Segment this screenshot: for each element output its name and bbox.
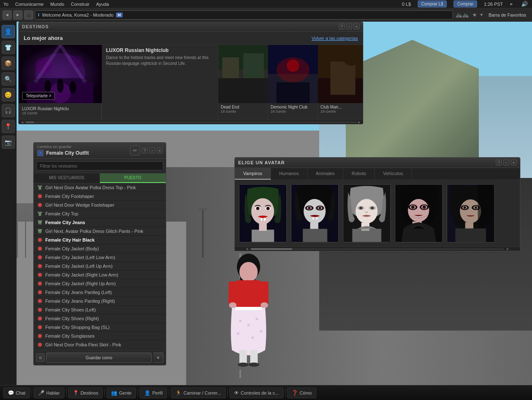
taskbar-gente[interactable]: 👥 Gente bbox=[106, 388, 136, 398]
menu-yo[interactable]: Yo bbox=[3, 2, 8, 7]
avatar-card-5[interactable] bbox=[447, 184, 495, 242]
dest-small-3[interactable]: Club Mari... 19 Gente bbox=[318, 45, 363, 120]
apariencia-item-icon-10 bbox=[37, 272, 43, 278]
sidebar-icon-camera[interactable]: 📷 bbox=[2, 136, 15, 149]
avatar-card-1[interactable] bbox=[239, 184, 287, 242]
destinos-back-link[interactable]: Volver a las categorías bbox=[312, 36, 358, 41]
apariencia-item-8[interactable]: Female City Jacket (Left Low Arm) bbox=[34, 253, 166, 262]
taskbar-hablar[interactable]: 🎤 Hablar bbox=[34, 388, 64, 398]
svg-point-8 bbox=[261, 302, 268, 308]
apariencia-item-3[interactable]: Female City Top bbox=[34, 210, 166, 218]
menu-mundo[interactable]: Mundo bbox=[50, 2, 64, 7]
avatar-card-2[interactable] bbox=[291, 184, 339, 242]
taskbar-como[interactable]: ❓ Cómo bbox=[287, 388, 316, 398]
sidebar-icon-profile[interactable]: 😊 bbox=[2, 88, 15, 101]
home-button[interactable]: ⌂ bbox=[24, 10, 33, 20]
destinos-close-button[interactable]: × bbox=[354, 24, 360, 30]
right-arrow-icon[interactable]: ► bbox=[510, 2, 514, 6]
controles-label: Controles de la c... bbox=[241, 390, 279, 395]
apariencia-item-1[interactable]: Female City Footshaper bbox=[34, 192, 166, 201]
dest-small-2[interactable]: Demonic Night Club 24 Gente bbox=[268, 45, 318, 120]
taskbar-perfil[interactable]: 👤 Perfil bbox=[140, 388, 167, 398]
tab-mis-vestuarios[interactable]: MIS VESTUARIOS bbox=[34, 173, 100, 183]
apariencia-item-7[interactable]: Female City Jacket (Body) bbox=[34, 244, 166, 253]
apariencia-item-2[interactable]: Girl Next Door Wedge Footshaper bbox=[34, 201, 166, 210]
apariencia-item-6[interactable]: Female City Hair Black bbox=[34, 236, 166, 244]
avatar-minimize-button[interactable]: − bbox=[503, 160, 509, 165]
menu-construir[interactable]: Construir bbox=[71, 2, 90, 7]
small-image-svg-3 bbox=[318, 45, 363, 103]
avatar-help-button[interactable]: ? bbox=[496, 160, 502, 165]
url-bar[interactable]: ℹ Welcome Area, Korea2 - Moderado M bbox=[35, 10, 453, 20]
apariencia-item-0[interactable]: Girl Next Door Avatar Polka Dress Top - … bbox=[34, 183, 166, 192]
avatar-scroll-right[interactable]: ► bbox=[504, 247, 512, 251]
svg-point-49 bbox=[38, 247, 42, 251]
buy-button[interactable]: Comprar bbox=[453, 0, 477, 7]
audio-icon[interactable]: 🔊 bbox=[521, 1, 528, 7]
avatar-scroll-track[interactable] bbox=[251, 248, 504, 250]
sidebar-icon-voice[interactable]: 🎧 bbox=[2, 104, 15, 117]
scroll-left-arrow[interactable]: ◄ bbox=[20, 120, 24, 124]
apariencia-item-13[interactable]: Female City Jeans Pantleg (Right) bbox=[34, 297, 166, 306]
sidebar-icon-clothing[interactable]: 👕 bbox=[2, 41, 15, 54]
svg-point-13 bbox=[251, 336, 254, 339]
tab-vehiculos[interactable]: Vehículos bbox=[375, 168, 412, 180]
tab-animales[interactable]: Animales bbox=[308, 168, 343, 180]
destinos-minimize-button[interactable]: − bbox=[346, 24, 352, 30]
destinos-help-button[interactable]: ? bbox=[339, 24, 345, 30]
svg-point-47 bbox=[38, 203, 42, 207]
sidebar-icon-people[interactable]: 👤 bbox=[2, 25, 15, 38]
teleport-button[interactable]: Teleportarte > bbox=[22, 92, 55, 100]
apariencia-item-11[interactable]: Female City Jacket (Right Up Arm) bbox=[34, 279, 166, 288]
avatar-close-button[interactable]: × bbox=[511, 160, 517, 165]
chat-icon: 💬 bbox=[8, 390, 14, 396]
svg-point-76 bbox=[308, 207, 310, 209]
apariencia-item-9[interactable]: Female City Jacket (Left Up Arm) bbox=[34, 262, 166, 271]
menu-ayuda[interactable]: Ayuda bbox=[96, 2, 109, 7]
back-button[interactable]: ◄ bbox=[2, 10, 12, 20]
tab-vampiros[interactable]: Vampiros bbox=[235, 168, 271, 180]
dest-small-1[interactable]: Dead End 16 Gente bbox=[218, 45, 268, 120]
sidebar-icon-inventory[interactable]: 📦 bbox=[2, 57, 15, 70]
forward-button[interactable]: ► bbox=[13, 10, 22, 20]
vestuarios-search-input[interactable] bbox=[36, 161, 163, 170]
apariencia-item-17[interactable]: Female City Sunglasses bbox=[34, 332, 166, 341]
apariencia-close-button[interactable]: × bbox=[157, 148, 163, 153]
buy-currency-button[interactable]: Comprar L$ bbox=[418, 0, 447, 7]
apariencia-item-14[interactable]: Female City Shoes (Left) bbox=[34, 306, 166, 314]
bookmarks-label: Barra de Favoritos bbox=[485, 12, 530, 17]
avatar-scroll-left[interactable]: ◄ bbox=[243, 247, 251, 251]
apariencia-item-10[interactable]: Female City Jacket (Right Low Arm) bbox=[34, 271, 166, 279]
save-arrow-button[interactable]: ▼ bbox=[153, 353, 163, 363]
dropdown-arrow-icon[interactable]: ▼ bbox=[480, 12, 484, 17]
bookmark-star-icon[interactable]: ★ bbox=[472, 12, 477, 18]
taskbar-chat[interactable]: 💬 Chat bbox=[3, 388, 30, 398]
sidebar-icon-search[interactable]: 🔍 bbox=[2, 72, 15, 86]
tab-humanos[interactable]: Humanos bbox=[271, 168, 308, 180]
sidebar-icon-location[interactable]: 📍 bbox=[2, 120, 15, 133]
taskbar-destinos[interactable]: 📍 Destinos bbox=[68, 388, 103, 398]
avatar-card-3[interactable] bbox=[343, 184, 391, 242]
apariencia-item-12[interactable]: Female City Jeans Pantleg (Left) bbox=[34, 288, 166, 297]
destinos-featured-image[interactable]: Teleportarte > bbox=[19, 45, 102, 103]
menu-comunicarme[interactable]: Comunicarme bbox=[15, 2, 43, 7]
apariencia-minimize-button[interactable]: − bbox=[149, 148, 155, 153]
taskbar-caminar[interactable]: 🏃 Caminar / Correr... bbox=[171, 388, 225, 398]
favorite-star-icon[interactable]: 🚲🚲 bbox=[456, 12, 469, 18]
tab-puesto[interactable]: PUESTO bbox=[100, 173, 166, 183]
save-as-button[interactable]: Guardar como bbox=[46, 353, 152, 363]
avatar-card-4[interactable] bbox=[395, 184, 443, 242]
apariencia-item-16[interactable]: Female City Shopping Bag (SL) bbox=[34, 323, 166, 332]
apariencia-item-18[interactable]: Girl Next Door Polka Flexi Skirt - Pink bbox=[34, 341, 166, 349]
apariencia-item-label-7: Female City Jacket (Body) bbox=[45, 246, 99, 251]
apariencia-item-15[interactable]: Female City Shoes (Right) bbox=[34, 314, 166, 323]
apariencia-help-button[interactable]: ? bbox=[142, 148, 148, 153]
apariencia-item-5[interactable]: Girl Next. Avatar Polka Dress Glitch Pan… bbox=[34, 227, 166, 236]
apariencia-item-4[interactable]: Female City Jeans bbox=[34, 218, 166, 227]
tab-robots[interactable]: Robots bbox=[343, 168, 375, 180]
settings-icon-button[interactable]: ⚙ bbox=[36, 353, 44, 362]
edit-outfit-button[interactable]: ✏ bbox=[130, 146, 140, 156]
taskbar-controles[interactable]: 👁 Controles de la c... bbox=[229, 388, 283, 398]
scroll-track[interactable] bbox=[24, 121, 357, 123]
scroll-right-arrow[interactable]: ► bbox=[357, 120, 361, 124]
